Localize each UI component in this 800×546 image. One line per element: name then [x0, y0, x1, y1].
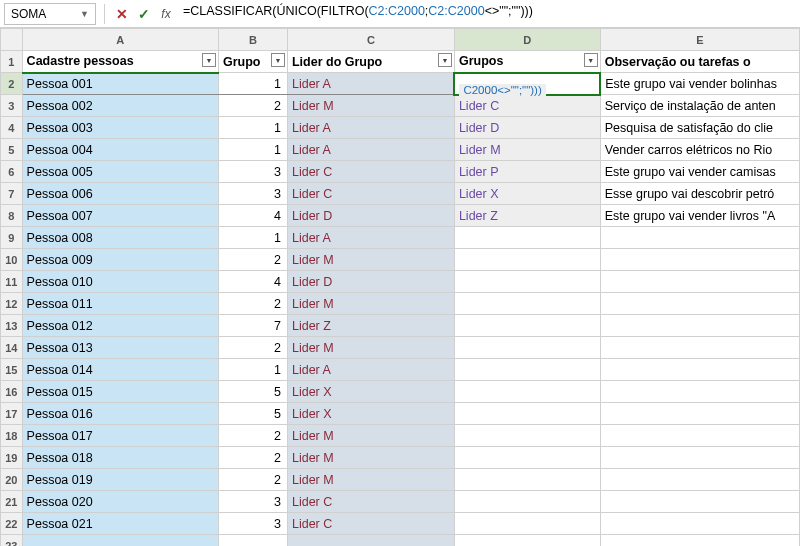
cell[interactable]: 2 [218, 425, 287, 447]
cell[interactable]: Pessoa 012 [22, 315, 218, 337]
cell[interactable] [600, 491, 799, 513]
cell[interactable]: 4 [218, 205, 287, 227]
cell[interactable]: Pesquisa de satisfação do clie [600, 117, 799, 139]
select-all-corner[interactable] [1, 29, 23, 51]
header-cell[interactable]: Cadastre pessoas▼ [22, 51, 218, 73]
cell[interactable] [454, 249, 600, 271]
cell[interactable]: Pessoa 016 [22, 403, 218, 425]
col-header-E[interactable]: E [600, 29, 799, 51]
cell[interactable]: Lider M [287, 447, 454, 469]
cell[interactable] [600, 359, 799, 381]
cell[interactable]: 3 [218, 183, 287, 205]
cell[interactable] [600, 425, 799, 447]
cell[interactable] [600, 249, 799, 271]
cell[interactable]: Esse grupo vai descobrir petró [600, 183, 799, 205]
cell[interactable]: Este grupo vai vender bolinhas [600, 73, 799, 95]
cell[interactable] [454, 447, 600, 469]
cell[interactable]: 1 [218, 139, 287, 161]
cell[interactable] [600, 337, 799, 359]
cell[interactable] [454, 381, 600, 403]
cell[interactable]: Lider Z [287, 315, 454, 337]
cell[interactable]: Lider A [287, 73, 454, 95]
cell[interactable]: Pessoa 007 [22, 205, 218, 227]
cell[interactable]: 7 [218, 315, 287, 337]
cell[interactable]: 3 [218, 513, 287, 535]
formula-input[interactable]: =CLASSIFICAR(ÚNICO(FILTRO(C2:C2000;C2:C2… [179, 3, 796, 25]
header-cell[interactable]: Observação ou tarefas o [600, 51, 799, 73]
cell[interactable]: Lider X [287, 381, 454, 403]
filter-dropdown-icon[interactable]: ▼ [271, 53, 285, 67]
row-header-21[interactable]: 21 [1, 491, 23, 513]
cell[interactable] [454, 271, 600, 293]
cell[interactable]: Pessoa 014 [22, 359, 218, 381]
cell[interactable]: Pessoa 008 [22, 227, 218, 249]
cell[interactable]: Lider Z [454, 205, 600, 227]
cell[interactable] [454, 425, 600, 447]
cell[interactable]: Pessoa 002 [22, 95, 218, 117]
fx-icon[interactable]: fx [157, 5, 175, 23]
filter-dropdown-icon[interactable]: ▼ [584, 53, 598, 67]
header-cell[interactable]: Grupos▼ [454, 51, 600, 73]
cell[interactable]: Lider A [287, 227, 454, 249]
cell[interactable]: Lider D [287, 271, 454, 293]
header-cell[interactable]: Grupo▼ [218, 51, 287, 73]
cell[interactable] [454, 227, 600, 249]
cell[interactable]: 2 [218, 95, 287, 117]
cell[interactable]: 2 [218, 337, 287, 359]
cell[interactable]: Lider M [287, 95, 454, 117]
cell[interactable]: Lider C [454, 95, 600, 117]
cell[interactable]: Este grupo vai vender camisas [600, 161, 799, 183]
col-header-B[interactable]: B [218, 29, 287, 51]
row-header-13[interactable]: 13 [1, 315, 23, 337]
row-header-9[interactable]: 9 [1, 227, 23, 249]
cell[interactable] [454, 359, 600, 381]
cell[interactable]: 1 [218, 73, 287, 95]
cell[interactable]: Pessoa 019 [22, 469, 218, 491]
cell[interactable] [454, 535, 600, 547]
cell[interactable] [600, 271, 799, 293]
row-header-5[interactable]: 5 [1, 139, 23, 161]
col-header-D[interactable]: D [454, 29, 600, 51]
cell[interactable] [600, 293, 799, 315]
cell[interactable]: Pessoa 010 [22, 271, 218, 293]
cell[interactable]: Lider M [287, 337, 454, 359]
cell[interactable]: 1 [218, 227, 287, 249]
cell[interactable] [600, 469, 799, 491]
cell[interactable]: Lider D [287, 205, 454, 227]
cell[interactable] [287, 535, 454, 547]
cell[interactable]: Pessoa 003 [22, 117, 218, 139]
cell[interactable] [454, 491, 600, 513]
cell[interactable] [600, 447, 799, 469]
row-header-4[interactable]: 4 [1, 117, 23, 139]
cell[interactable]: Pessoa 021 [22, 513, 218, 535]
cell[interactable]: Pessoa 009 [22, 249, 218, 271]
cell[interactable]: Vender carros elétricos no Rio [600, 139, 799, 161]
row-header-7[interactable]: 7 [1, 183, 23, 205]
cell-D2-active[interactable]: C2000<>"";""))) [454, 73, 600, 95]
cell[interactable] [600, 315, 799, 337]
cell[interactable]: 1 [218, 117, 287, 139]
cell[interactable]: Este grupo vai vender livros "A [600, 205, 799, 227]
cell[interactable] [600, 513, 799, 535]
cell[interactable] [454, 513, 600, 535]
cell[interactable]: Pessoa 017 [22, 425, 218, 447]
cell[interactable]: Lider A [287, 139, 454, 161]
cell[interactable]: Pessoa 020 [22, 491, 218, 513]
cell[interactable]: Lider P [454, 161, 600, 183]
cell[interactable]: Lider M [287, 425, 454, 447]
cell[interactable]: 3 [218, 161, 287, 183]
row-header-6[interactable]: 6 [1, 161, 23, 183]
cell[interactable]: Pessoa 011 [22, 293, 218, 315]
header-cell[interactable]: Lider do Grupo▼ [287, 51, 454, 73]
cell[interactable]: Pessoa 015 [22, 381, 218, 403]
cell[interactable]: Lider A [287, 359, 454, 381]
row-header-10[interactable]: 10 [1, 249, 23, 271]
cell[interactable] [600, 381, 799, 403]
cell[interactable]: 2 [218, 249, 287, 271]
filter-dropdown-icon[interactable]: ▼ [202, 53, 216, 67]
cell[interactable]: 2 [218, 447, 287, 469]
cell[interactable]: Lider D [454, 117, 600, 139]
cell[interactable]: Lider A [287, 117, 454, 139]
cell[interactable]: Pessoa 013 [22, 337, 218, 359]
cell[interactable]: 3 [218, 491, 287, 513]
